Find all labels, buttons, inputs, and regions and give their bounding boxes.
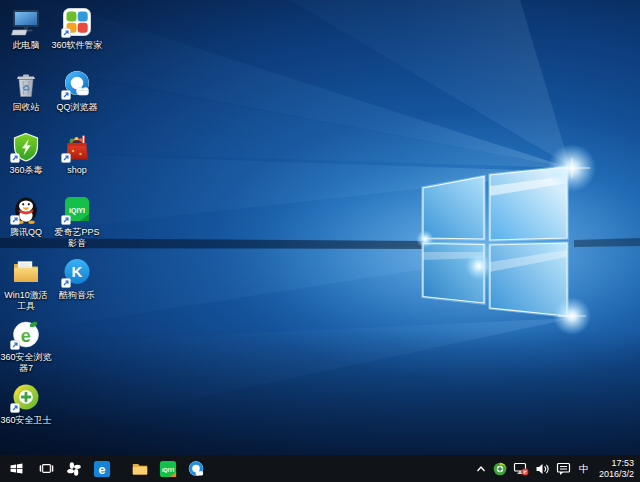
- this-pc-icon: [10, 6, 42, 38]
- shortcut-arrow-icon: [61, 153, 71, 163]
- desktop-icon-this-pc[interactable]: 此电脑: [0, 6, 52, 51]
- desktop-icon-360-software-manager[interactable]: 360软件管家: [51, 6, 103, 51]
- taskbar-qq-browser-button[interactable]: [182, 455, 210, 482]
- task-view-button[interactable]: [32, 455, 60, 482]
- desktop-icon-label: 回收站: [0, 102, 52, 113]
- shortcut-arrow-icon: [10, 215, 20, 225]
- hidden-icons-chevron-button[interactable]: [472, 455, 490, 482]
- task-view-icon: [38, 460, 55, 477]
- shortcut-arrow-icon: [10, 403, 20, 413]
- desktop-icon-label: QQ浏览器: [51, 102, 103, 113]
- desktop-icon-label: 360安全浏览器7: [0, 352, 52, 374]
- recycle-bin-icon: ♻: [10, 68, 42, 100]
- shortcut-arrow-icon: [61, 278, 71, 288]
- taskbar-file-explorer-button[interactable]: [126, 455, 154, 482]
- desktop-icon-label: 360杀毒: [0, 165, 52, 176]
- tray-network[interactable]: [510, 455, 532, 482]
- tray-action-center[interactable]: [553, 455, 574, 482]
- taskbar-clock[interactable]: 17:53 2016/3/2: [594, 458, 634, 479]
- taskbar: e iQIYI: [0, 455, 640, 482]
- 360-pinwheel-icon: [65, 460, 83, 478]
- svg-text:K: K: [72, 263, 83, 280]
- taskbar-360-pinwheel-button[interactable]: [60, 455, 88, 482]
- shortcut-arrow-icon: [61, 90, 71, 100]
- volume-icon: [535, 462, 550, 476]
- microsoft-edge-icon: e: [93, 460, 111, 478]
- shortcut-arrow-icon: [10, 153, 20, 163]
- desktop-icon-label: shop: [51, 165, 103, 176]
- desktop-icon-360-safeguard[interactable]: 360安全卫士: [0, 381, 52, 426]
- svg-text:♻: ♻: [22, 83, 30, 93]
- svg-text:iQIYI: iQIYI: [69, 207, 85, 215]
- svg-text:iQIYI: iQIYI: [162, 466, 175, 472]
- taskbar-edge-button[interactable]: e: [88, 455, 116, 482]
- desktop-icon-recycle-bin[interactable]: ♻ 回收站: [0, 68, 52, 113]
- start-button[interactable]: [0, 455, 32, 482]
- desktop-icon-label: 360安全卫士: [0, 415, 52, 426]
- folder-icon: [10, 256, 42, 288]
- clock-time: 17:53: [599, 458, 634, 469]
- tray-volume[interactable]: [532, 455, 553, 482]
- desktop-icon-qq-browser[interactable]: QQ浏览器: [51, 68, 103, 113]
- desktop-icon-label: 爱奇艺PPS 影音: [51, 227, 103, 249]
- desktop-icon-label: Win10激活工具: [0, 290, 52, 312]
- 360-safeguard-tray-icon: [493, 462, 507, 476]
- file-explorer-icon: [131, 460, 149, 478]
- desktop-icon-label: 腾讯QQ: [0, 227, 52, 238]
- desktop-icon-label: 此电脑: [0, 40, 52, 51]
- windows-desktop-screen: 此电脑 360软件管家 ♻: [0, 0, 640, 482]
- svg-text:e: e: [21, 326, 31, 346]
- desktop-icon-kugou-music[interactable]: K 酷狗音乐: [51, 256, 103, 301]
- qq-browser-icon: [187, 460, 205, 478]
- shortcut-arrow-icon: [61, 215, 71, 225]
- desktop-icon-iqiyi-pps[interactable]: iQIYI 爱奇艺PPS 影音: [51, 193, 103, 249]
- desktop-icon-shop[interactable]: shop: [51, 131, 103, 176]
- desktop-icon-label: 酷狗音乐: [51, 290, 103, 301]
- tray-360-safeguard[interactable]: [490, 455, 510, 482]
- taskbar-iqiyi-button[interactable]: iQIYI: [154, 455, 182, 482]
- desktop-wallpaper[interactable]: 此电脑 360软件管家 ♻: [0, 0, 640, 455]
- desktop-icon-win10-activation-tool[interactable]: Win10激活工具: [0, 256, 52, 312]
- svg-text:e: e: [98, 462, 105, 476]
- system-tray: 中 17:53 2016/3/2: [472, 455, 640, 482]
- desktop-icon-360-antivirus[interactable]: 360杀毒: [0, 131, 52, 176]
- network-disconnected-icon: [513, 461, 529, 476]
- shortcut-arrow-icon: [61, 28, 71, 38]
- shortcut-arrow-icon: [10, 340, 20, 350]
- action-center-icon: [556, 461, 571, 476]
- desktop-icon-tencent-qq[interactable]: 腾讯QQ: [0, 193, 52, 238]
- iqiyi-icon: iQIYI: [159, 460, 177, 478]
- clock-date: 2016/3/2: [599, 469, 634, 480]
- windows-start-icon: [8, 460, 25, 477]
- desktop-icon-360-secure-browser[interactable]: e 360安全浏览器7: [0, 318, 52, 374]
- chevron-up-icon: [475, 463, 487, 475]
- input-method-indicator[interactable]: 中: [574, 455, 594, 482]
- desktop-icon-label: 360软件管家: [51, 40, 103, 51]
